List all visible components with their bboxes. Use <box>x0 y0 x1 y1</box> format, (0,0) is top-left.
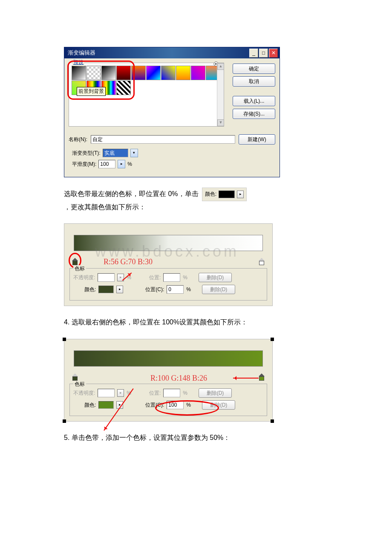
percent-label: % <box>186 402 191 408</box>
color-label: 颜色: <box>205 190 216 199</box>
preset-swatch[interactable] <box>116 81 131 95</box>
color-label: 颜色: <box>84 286 96 293</box>
percent-label: % <box>186 286 191 292</box>
opacity-field <box>98 273 115 282</box>
instruction-text: 4. 选取最右侧的色标，即位置在 100%设置其颜色如下所示： <box>64 316 328 329</box>
position-c-label: 位置(C): <box>145 286 164 293</box>
color-picker-widget: 颜色: ▸ <box>202 188 247 201</box>
presets-label: 预设 <box>72 59 84 66</box>
opacity-field <box>98 389 115 397</box>
gradient-stops-panel: R:56 G:70 B:30 www.bdocx.com 色标 不透明度: ▸ … <box>64 223 273 306</box>
preset-tooltip: 前景到背景 <box>77 87 106 96</box>
smoothness-label: 平滑度(M): <box>72 161 96 168</box>
instruction-text: 选取色带最左侧的色标，即位置在 0%，单击 颜色: ▸ ，更改其颜色值如下所示： <box>64 188 328 213</box>
stops-legend: 色标 <box>73 381 86 388</box>
gradient-type-select[interactable]: 实底 <box>103 149 128 157</box>
stops-fieldset: 色标 不透明度: ▸ % 位置: % 删除(D) 颜色: ▸ 位置(C): <box>69 384 267 416</box>
selection-handle <box>63 338 66 341</box>
close-button[interactable]: ✕ <box>269 49 278 58</box>
delete-opacity-button: 删除(D) <box>199 388 232 398</box>
minimize-button[interactable]: _ <box>249 49 258 58</box>
opacity-position-field <box>163 273 180 282</box>
color-label: 颜色: <box>84 402 96 409</box>
preset-swatch[interactable] <box>101 66 116 80</box>
delete-opacity-button: 删除(D) <box>199 273 232 282</box>
preset-swatch[interactable] <box>176 66 190 80</box>
preset-swatch[interactable] <box>131 66 146 80</box>
opacity-position-field <box>163 389 180 397</box>
save-button[interactable]: 存储(S)... <box>233 109 275 119</box>
position-label: 位置: <box>149 274 161 281</box>
color-stop-left[interactable] <box>72 258 78 265</box>
ok-button[interactable]: 确定 <box>233 64 275 74</box>
stops-legend: 色标 <box>73 265 86 272</box>
stops-fieldset: 色标 不透明度: ▸ % 位置: % 删除(D) 颜色: ▸ 位置(C): <box>69 268 267 301</box>
load-button[interactable]: 载入(L)... <box>233 96 275 106</box>
color-stop-left[interactable] <box>72 373 78 380</box>
presets-panel: 预设 <box>69 63 224 127</box>
preset-swatch[interactable] <box>191 66 205 80</box>
position-field[interactable] <box>167 401 184 409</box>
annotation-text: R:100 G:148 B:26 <box>150 374 207 383</box>
delete-color-button[interactable]: 删除(D) <box>202 400 235 410</box>
flyout-arrow-icon[interactable]: ▸ <box>237 191 244 198</box>
gradient-type-label: 渐变类型(T): <box>72 150 101 157</box>
dialog-titlebar[interactable]: 渐变编辑器 _ □ ✕ <box>64 47 280 58</box>
preset-swatch[interactable] <box>116 66 131 80</box>
scroll-down-icon[interactable]: ▼ <box>217 119 224 126</box>
stepper-icon[interactable]: ▸ <box>118 160 125 168</box>
name-field[interactable] <box>91 135 235 144</box>
color-stop-right[interactable] <box>259 373 265 380</box>
delete-color-button[interactable]: 删除(D) <box>202 285 235 294</box>
annotation-text: R:56 G:70 B:30 <box>104 257 153 266</box>
selection-handle <box>63 419 66 423</box>
color-stop-right[interactable] <box>259 258 265 265</box>
preset-swatch[interactable] <box>161 66 176 80</box>
percent-label: % <box>127 161 132 167</box>
color-swatch[interactable] <box>98 401 114 409</box>
gradient-editor-dialog: 渐变编辑器 _ □ ✕ 预设 <box>64 47 280 177</box>
preset-swatch[interactable] <box>72 66 86 80</box>
instruction-text: 5. 单击色带，添加一个色标，设置其位置参数为 50%： <box>64 432 328 444</box>
annotation-arrow <box>233 378 259 379</box>
opacity-label: 不透明度: <box>73 390 95 397</box>
position-c-label: 位置(C): <box>145 402 164 409</box>
preset-swatch[interactable] <box>146 66 161 80</box>
position-label: 位置: <box>149 390 161 397</box>
cancel-button[interactable]: 取消 <box>233 76 275 87</box>
percent-label: % <box>183 275 187 280</box>
new-button[interactable]: 新建(W) <box>239 134 275 145</box>
dialog-title: 渐变编辑器 <box>68 49 95 57</box>
stepper-icon: ▸ <box>117 389 124 397</box>
color-swatch[interactable] <box>98 286 114 293</box>
scrollbar[interactable]: ▲ ▼ <box>217 63 224 126</box>
maximize-button[interactable]: □ <box>259 49 268 58</box>
percent-label: % <box>183 390 187 396</box>
name-label: 名称(N): <box>69 136 87 143</box>
dropdown-icon[interactable]: ▾ <box>130 149 138 157</box>
preset-swatch[interactable] <box>86 66 101 80</box>
opacity-label: 不透明度: <box>73 274 95 281</box>
gradient-bar[interactable] <box>74 235 263 251</box>
color-swatch[interactable] <box>219 191 235 198</box>
selection-handle <box>271 338 274 341</box>
gradient-bar[interactable] <box>74 350 263 367</box>
scroll-up-icon[interactable]: ▲ <box>217 63 224 70</box>
position-field[interactable] <box>167 285 184 294</box>
selection-handle <box>271 419 274 423</box>
smoothness-field[interactable] <box>98 160 115 168</box>
flyout-arrow-icon[interactable]: ▸ <box>116 286 123 293</box>
gradient-stops-panel: R:100 G:148 B:26 色标 不透明度: ▸ % 位置: % 删除(D… <box>64 339 273 422</box>
